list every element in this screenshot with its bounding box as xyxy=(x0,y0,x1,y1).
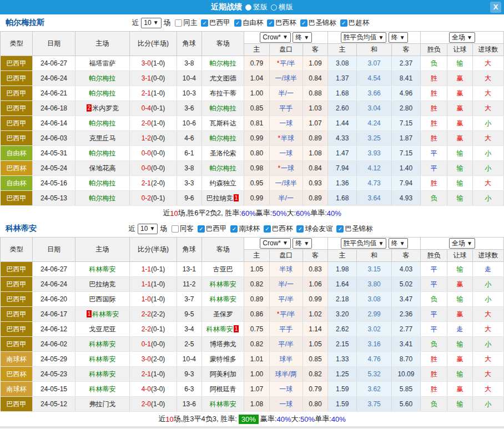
score-cell: 2-1(1-0) xyxy=(130,86,177,101)
halftime-score: (0-0) xyxy=(151,149,165,157)
date-cell: 24-06-03 xyxy=(33,131,75,146)
away-team-name: 帕尔梅拉 xyxy=(210,134,236,142)
games-count-select[interactable]: 10 ▼ xyxy=(141,18,161,28)
avg-draw-odds: 3.02 xyxy=(357,322,391,337)
away-team-cell: 博塔弗戈 xyxy=(201,337,244,352)
crow-away-odds: 0.85 xyxy=(303,352,327,367)
type-cell: 巴西甲 xyxy=(1,277,33,292)
bookmaker-select[interactable]: Crow* ▼ xyxy=(260,238,291,249)
fullmatch-select[interactable]: 全场 ▼ xyxy=(449,238,475,249)
type-cell: 南球杯 xyxy=(1,382,33,397)
fulltime-score: 0-2 xyxy=(142,194,151,202)
filter-label: 巴圣锦标 xyxy=(309,18,336,28)
filter-label: 同客 xyxy=(180,224,194,234)
odds-stage-select[interactable]: 终 ▼ xyxy=(293,238,312,249)
checkbox-checked-icon[interactable]: ✓ xyxy=(300,19,308,27)
average-odds-select[interactable]: 胜平负均值 ▼ xyxy=(341,238,387,249)
summary-segment: 10 xyxy=(165,415,173,423)
average-odds-value: 胜平负均值 xyxy=(344,239,377,248)
score-cell: 1-1(1-0) xyxy=(130,277,177,292)
checkbox-checked-icon[interactable]: ✓ xyxy=(336,225,344,233)
avg-draw-odds: 3.75 xyxy=(357,397,391,412)
filter-checkbox[interactable]: ✓球会友谊 xyxy=(296,224,332,234)
checkbox-checked-icon[interactable]: ✓ xyxy=(296,225,304,233)
home-team-name: 帕尔梅拉 xyxy=(89,119,115,127)
away-team-name: 约森独立 xyxy=(210,179,236,187)
avg-draw-odds: 5.32 xyxy=(357,367,391,382)
score-cell: 0-1(0-0) xyxy=(130,337,177,352)
average-stage-select[interactable]: 终 ▼ xyxy=(389,32,408,43)
home-team-name: 帕尔梅拉 xyxy=(89,74,115,82)
filter-checkbox[interactable]: ✓自由杯 xyxy=(234,18,264,28)
handicap-result-cell: 赢 xyxy=(447,71,472,86)
odds-stage-select[interactable]: 终 ▼ xyxy=(293,32,312,43)
avg-away-odds: 4.93 xyxy=(391,191,420,206)
corner-cell: 3-3 xyxy=(177,176,201,191)
handicap-result-cell: 输 xyxy=(447,337,472,352)
fulltime-score: 0-0 xyxy=(142,149,151,157)
filter-checkbox[interactable]: ✓南球杯 xyxy=(230,224,260,234)
checkbox-checked-icon[interactable]: ✓ xyxy=(267,19,274,27)
crow-home-odds: 1.04 xyxy=(244,71,269,86)
col-header-corner: 角球 xyxy=(177,238,201,262)
filter-checkbox[interactable]: ✓巴西甲 xyxy=(201,18,230,28)
score-cell: 1-2(0-0) xyxy=(130,131,177,146)
col-header-away: 客场 xyxy=(201,32,244,56)
filter-checkbox[interactable]: ✓巴西杯 xyxy=(264,224,293,234)
checkbox-checked-icon[interactable]: ✓ xyxy=(264,225,271,233)
radio-vertical-layout[interactable]: 竖版 xyxy=(245,2,268,12)
average-odds-select[interactable]: 胜平负均值 ▼ xyxy=(341,32,387,43)
checkbox-checked-icon[interactable]: ✓ xyxy=(234,19,241,27)
away-team-cell: 尤文图德 xyxy=(201,71,244,86)
sub-header-crow-home: 主 xyxy=(244,250,269,262)
average-stage-select[interactable]: 终 ▼ xyxy=(389,238,408,249)
checkbox-checked-icon[interactable]: ✓ xyxy=(340,19,347,27)
handicap-result-cell: 输 xyxy=(447,262,472,277)
filter-checkbox[interactable]: 同主 xyxy=(175,18,197,28)
filter-checkbox[interactable]: ✓巴圣锦标 xyxy=(336,224,372,234)
date-cell: 24-06-02 xyxy=(33,337,75,352)
sub-header-avg-draw: 和 xyxy=(357,44,391,56)
checkbox-checked-icon[interactable]: ✓ xyxy=(230,225,238,233)
avg-away-odds: 3.47 xyxy=(391,292,420,307)
handicap-result-cell: 输 xyxy=(447,161,472,176)
avg-draw-odds: 3.08 xyxy=(357,292,391,307)
goals-result-cell: 小 xyxy=(472,146,503,161)
games-count-select[interactable]: 10 ▼ xyxy=(138,224,158,234)
filter-checkbox[interactable]: ✓巴超杯 xyxy=(340,18,370,28)
home-team-cell: 1科林蒂安 xyxy=(75,307,130,322)
filter-checkbox[interactable]: ✓巴西杯 xyxy=(267,18,296,28)
fulltime-score: 0-1 xyxy=(142,340,151,348)
checkbox-unchecked-icon[interactable] xyxy=(175,19,182,27)
result-cell: 平 xyxy=(421,307,447,322)
match-row: 自由杯24-05-16帕尔梅拉2-1(2-0)3-3约森独立0.95一/球半0.… xyxy=(1,176,504,191)
filter-checkbox[interactable]: 同客 xyxy=(172,224,194,234)
avg-home-odds: 3.08 xyxy=(328,56,357,71)
filter-checkbox[interactable]: ✓巴圣锦标 xyxy=(300,18,336,28)
bookmaker-select[interactable]: Crow* ▼ xyxy=(260,32,291,43)
checkbox-checked-icon[interactable]: ✓ xyxy=(198,225,205,233)
handicap-value: 平/半 xyxy=(280,59,295,67)
checkbox-checked-icon[interactable]: ✓ xyxy=(201,19,208,27)
filter-label: 球会友谊 xyxy=(305,224,332,234)
checkbox-unchecked-icon[interactable] xyxy=(172,225,179,233)
corner-cell: 4-6 xyxy=(177,131,201,146)
radio-horizontal-layout[interactable]: 横版 xyxy=(271,2,293,12)
filter-checkbox[interactable]: ✓巴西甲 xyxy=(198,224,227,234)
home-team-cell: 科林蒂安 xyxy=(75,382,130,397)
away-team-name: 科林蒂安 xyxy=(206,325,233,333)
crow-home-odds: 1.01 xyxy=(244,352,269,367)
games-label: 场 xyxy=(160,224,167,234)
crow-away-odds: 1.07 xyxy=(303,116,327,131)
halftime-score: (1-0) xyxy=(151,295,165,303)
home-team-name: 巴拉纳竞 xyxy=(89,280,115,288)
handicap-value: 一球 xyxy=(279,400,293,408)
fullmatch-select[interactable]: 全场 ▼ xyxy=(449,32,475,43)
home-team-name: 帕尔梅拉 xyxy=(89,89,115,97)
type-cell: 巴西甲 xyxy=(1,322,33,337)
home-team-cell: 帕尔梅拉 xyxy=(75,176,130,191)
close-button[interactable]: X xyxy=(490,2,501,13)
avg-home-odds: 1.59 xyxy=(328,397,357,412)
handicap-value: 平手 xyxy=(279,325,293,333)
handicap-cell: 半/一 xyxy=(269,86,303,101)
